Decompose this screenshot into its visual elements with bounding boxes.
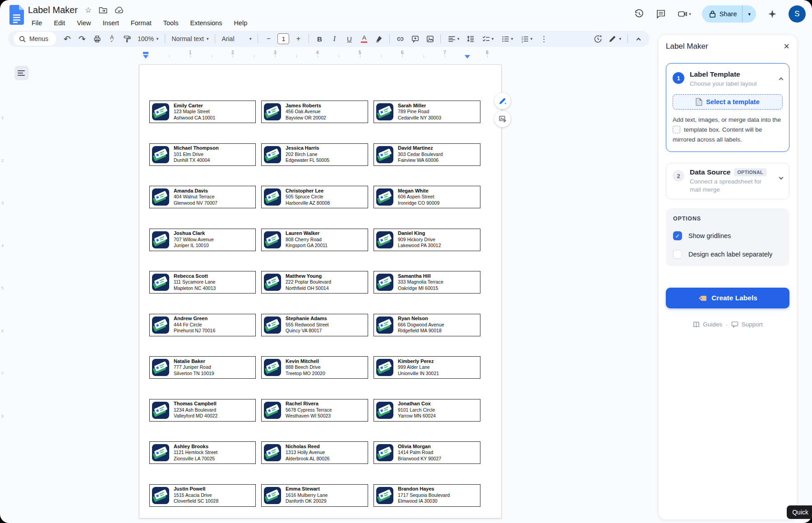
share-dropdown-button[interactable]: ▾ (743, 11, 756, 17)
design-separately-checkbox[interactable] (673, 250, 682, 259)
left-indent-marker[interactable] (143, 55, 148, 59)
menu-extensions[interactable]: Extensions (187, 18, 226, 28)
font-size-increase-button[interactable]: + (292, 33, 304, 45)
editing-mode-select[interactable]: ▾ (607, 35, 623, 43)
label-cell[interactable]: Rebecca Scott111 Sycamore LaneMapleton N… (149, 271, 256, 294)
bold-button[interactable]: B (314, 33, 325, 45)
show-gridlines-option[interactable]: ✓ Show gridlines (673, 231, 782, 240)
label-cell[interactable]: Kevin Mitchell888 Beech DriveTreetop MO … (261, 356, 368, 379)
label-cell[interactable]: Joshua Clark707 Willow AvenueJuniper IL … (149, 229, 256, 251)
label-cell[interactable]: Andrew Green444 Fir CirclePinehurst NJ 7… (149, 314, 256, 336)
document-outline-button[interactable] (14, 66, 29, 80)
label-cell[interactable]: Nicholas Reed1313 Holly AvenueAlderbrook… (261, 441, 368, 464)
horizontal-ruler[interactable]: 12345678 (139, 50, 502, 59)
font-size-decrease-button[interactable]: − (263, 33, 274, 45)
insert-link-button[interactable] (394, 33, 406, 45)
label-cell[interactable]: Matthew Young222 Poplar BoulevardNorthfi… (261, 271, 368, 294)
menu-insert[interactable]: Insert (99, 18, 123, 28)
label-cell[interactable]: Jonathan Cox9101 Larch CircleYarrow MN 6… (374, 399, 480, 422)
label-cell[interactable]: Emma Stewart1616 Mulberry LaneDanforth O… (261, 484, 368, 507)
numbered-list-button[interactable]: 1 2 3 ▾ (518, 33, 535, 45)
label-cell[interactable]: Sarah Miller789 Pine RoadCedarville NY 3… (374, 101, 480, 123)
star-icon[interactable]: ☆ (85, 6, 92, 14)
comments-icon[interactable] (655, 9, 666, 19)
italic-button[interactable]: I (328, 33, 340, 45)
label-cell[interactable]: Rachel Rivera5678 Cypress TerraceWesthav… (261, 399, 368, 422)
label-cell[interactable]: Michael Thompson101 Elm DriveDunhill TX … (149, 143, 256, 166)
print-button[interactable] (91, 33, 103, 45)
quick-edit-fab[interactable] (494, 93, 511, 109)
menus-search-button[interactable]: Menus (14, 32, 56, 46)
quick-tooltip[interactable]: Quick (787, 505, 812, 519)
document-page[interactable]: Emily Carter123 Maple StreetAshwood CA 1… (139, 64, 502, 518)
zoom-select[interactable]: 100%▾ (136, 35, 160, 42)
gemini-sparkle-icon[interactable] (767, 9, 778, 19)
more-options-button[interactable]: ⋮ (538, 33, 549, 45)
paint-format-button[interactable] (121, 33, 133, 45)
menu-file[interactable]: File (28, 18, 46, 28)
label-cell[interactable]: Samantha Hill333 Magnolia TerraceOakridg… (374, 271, 480, 294)
underline-button[interactable]: U (343, 33, 355, 45)
text-color-button[interactable]: A (358, 33, 370, 45)
label-cell[interactable]: Emily Carter123 Maple StreetAshwood CA 1… (149, 101, 256, 123)
design-separately-option[interactable]: Design each label separately (673, 250, 782, 259)
font-size-value[interactable]: 1 (277, 33, 289, 44)
label-cell[interactable]: Jessica Harris202 Birch LaneEdgewater FL… (261, 143, 368, 166)
undo-button[interactable]: ↶ (61, 33, 73, 45)
label-cell[interactable]: Kimberly Perez999 Alder LaneUnionville I… (374, 356, 480, 379)
data-source-card[interactable]: 2 Data Source OPTIONAL Connect a spreads… (666, 163, 789, 199)
guides-link[interactable]: Guides (692, 321, 722, 328)
step-1-collapse-icon[interactable] (780, 75, 783, 83)
support-link[interactable]: Support (731, 321, 762, 328)
label-cell[interactable]: Natalie Baker777 Juniper RoadSilverton T… (149, 356, 256, 379)
label-cell[interactable]: Christopher Lee505 Spruce CircleHarborvi… (261, 186, 368, 208)
cloud-status-icon[interactable] (115, 6, 124, 14)
label-cell[interactable]: Megan White606 Aspen StreetIronridge CO … (374, 186, 480, 208)
docs-logo-icon[interactable] (9, 5, 24, 25)
version-history-icon[interactable] (634, 9, 645, 19)
document-title[interactable]: Label Maker (28, 5, 78, 15)
collapse-toolbar-button[interactable] (632, 33, 644, 45)
label-cell[interactable]: Daniel King909 Hickory DriveLakewood PA … (374, 229, 480, 251)
checklist-button[interactable]: ▾ (480, 33, 496, 45)
meet-camera-icon[interactable]: ▾ (677, 9, 691, 19)
insert-image-fab[interactable] (494, 111, 511, 127)
label-cell[interactable]: Amanda Davis404 Walnut TerraceGlenwood N… (149, 186, 256, 208)
select-template-button[interactable]: Select a template (673, 94, 783, 110)
label-cell[interactable]: Ashley Brooks1121 Hemlock StreetZionsvil… (149, 441, 256, 464)
share-button[interactable]: Share ▾ (702, 5, 756, 23)
account-avatar[interactable]: S (789, 5, 806, 23)
line-spacing-button[interactable] (465, 33, 476, 45)
label-cell[interactable]: Brandon Hayes1717 Sequoia BoulevardElmwo… (374, 484, 480, 507)
font-select[interactable]: Arial▾ (220, 35, 253, 42)
label-cell[interactable]: Olivia Morgan1414 Palm RoadBriarwood KY … (374, 441, 480, 464)
step-2-expand-icon[interactable] (780, 173, 783, 181)
highlight-color-button[interactable] (373, 33, 385, 45)
menu-format[interactable]: Format (127, 18, 155, 28)
label-cell[interactable]: Lauren Walker808 Cherry RoadKingsport GA… (261, 229, 368, 251)
redo-button[interactable]: ↷ (76, 33, 88, 45)
menu-view[interactable]: View (73, 18, 94, 28)
label-cell[interactable]: Stephanie Adams555 Redwood StreetQuincy … (261, 314, 368, 336)
label-cell[interactable]: Ryan Nelson666 Dogwood AvenueRidgefield … (374, 314, 480, 336)
create-labels-button[interactable]: Create Labels (666, 288, 789, 308)
align-button[interactable]: ▾ (445, 33, 461, 45)
label-cell[interactable]: Justin Powell1515 Acacia DriveCloverfiel… (149, 484, 256, 507)
right-indent-marker[interactable] (465, 55, 470, 59)
label-cell[interactable]: Thomas Campbell1234 Ash BoulevardValleyf… (149, 399, 256, 422)
panel-close-icon[interactable]: × (784, 41, 789, 51)
menu-help[interactable]: Help (231, 18, 251, 28)
label-cell[interactable]: David Martinez303 Cedar BoulevardFairvie… (374, 143, 480, 166)
move-folder-icon[interactable] (99, 6, 107, 14)
first-line-indent-marker[interactable] (143, 52, 148, 54)
bulleted-list-button[interactable]: ▾ (499, 33, 515, 45)
insert-image-button[interactable] (424, 33, 436, 45)
paragraph-style-select[interactable]: Normal text▾ (170, 35, 210, 42)
show-gridlines-checkbox[interactable]: ✓ (673, 231, 682, 240)
add-comment-button[interactable] (409, 33, 421, 45)
menu-edit[interactable]: Edit (50, 18, 69, 28)
ai-refine-icon[interactable] (592, 33, 604, 45)
label-cell[interactable]: James Roberts456 Oak AvenueBayview OR 20… (261, 101, 368, 123)
menu-tools[interactable]: Tools (160, 18, 182, 28)
spellcheck-button[interactable]: A ✓ (106, 33, 118, 45)
